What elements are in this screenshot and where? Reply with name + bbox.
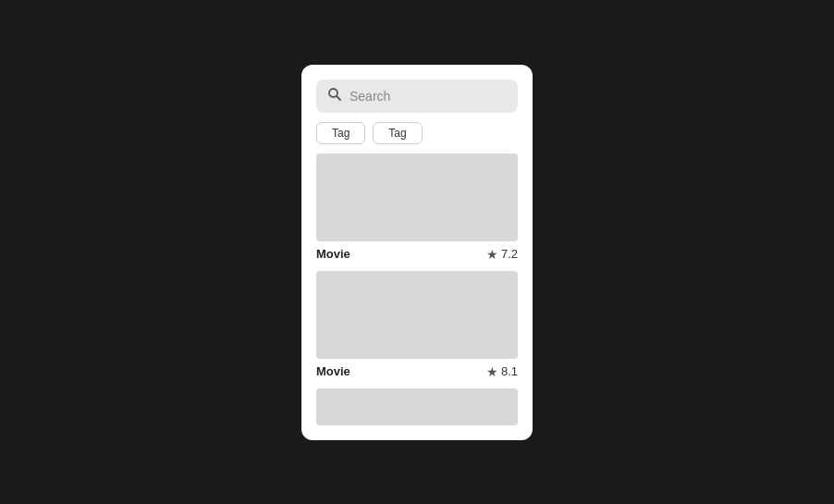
phone-container: Search Tag Tag Movie ★ 7.2 Movie ★ 8.1 bbox=[301, 65, 533, 440]
movie-info-2: Movie ★ 8.1 bbox=[316, 364, 518, 379]
movie-thumbnail-2 bbox=[316, 271, 518, 359]
movie-thumbnail-1 bbox=[316, 154, 518, 241]
movie-info-1: Movie ★ 7.2 bbox=[316, 247, 518, 262]
star-icon-1: ★ bbox=[486, 247, 498, 262]
movie-card-1[interactable]: Movie ★ 7.2 bbox=[316, 154, 518, 262]
movie-rating-2: ★ 8.1 bbox=[486, 364, 518, 379]
movie-card-2[interactable]: Movie ★ 8.1 bbox=[316, 271, 518, 379]
movie-rating-value-2: 8.1 bbox=[501, 364, 518, 378]
search-bar[interactable]: Search bbox=[316, 80, 518, 113]
movie-title-1: Movie bbox=[316, 247, 350, 261]
movie-rating-1: ★ 7.2 bbox=[486, 247, 518, 262]
tag-button-1[interactable]: Tag bbox=[316, 122, 365, 144]
svg-line-1 bbox=[337, 96, 340, 100]
search-icon bbox=[327, 87, 342, 105]
movie-title-2: Movie bbox=[316, 364, 350, 378]
movie-rating-value-1: 7.2 bbox=[501, 247, 518, 261]
movie-partial-thumbnail bbox=[316, 388, 518, 425]
tags-row: Tag Tag bbox=[316, 122, 518, 144]
star-icon-2: ★ bbox=[486, 364, 498, 379]
tag-button-2[interactable]: Tag bbox=[373, 122, 422, 144]
search-placeholder: Search bbox=[350, 89, 390, 104]
